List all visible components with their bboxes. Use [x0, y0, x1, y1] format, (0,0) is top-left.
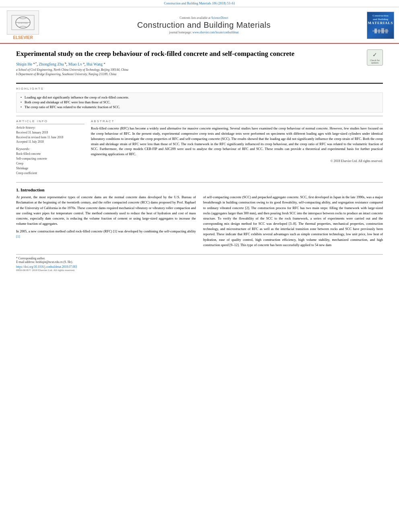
affiliation-b: b Department of Bridge Engineering, Sout…	[16, 72, 363, 77]
ref-1-link[interactable]: [1]	[16, 234, 20, 238]
elsevier-logo: ELSEVIER ELSEVIER	[5, 10, 41, 40]
article-info-label: ARTICLE INFO	[16, 119, 84, 124]
svg-rect-8	[385, 29, 388, 33]
article-title-block: Experimental study on the creep behaviou…	[16, 49, 363, 79]
journal-cover-image: Construction and Building MATERIALS	[367, 12, 394, 39]
article-history-label: Article history:	[16, 126, 84, 129]
divider-after-highlights	[16, 116, 383, 116]
keywords-label: Keywords:	[16, 147, 84, 151]
article-info-column: ARTICLE INFO Article history: Received 3…	[16, 119, 84, 179]
keyword-4: Shrinkage	[16, 166, 84, 171]
abstract-text: Rock-filled concrete (RFC) has become a …	[91, 126, 383, 157]
article-info-abstract-section: ARTICLE INFO Article history: Received 3…	[16, 119, 383, 179]
intro-col-right: of self-compacting concrete (SCC) and pr…	[203, 195, 383, 250]
svg-text:ELSEVIER: ELSEVIER	[18, 22, 28, 24]
article-history: Article history: Received 31 January 201…	[16, 126, 84, 144]
copyright-line: © 2018 Elsevier Ltd. All rights reserved…	[91, 159, 383, 163]
keywords-section: Keywords: Rock-filled concrete Self-comp…	[16, 147, 84, 176]
journal-header: ELSEVIER ELSEVIER Contents lists availab…	[0, 7, 399, 44]
affiliations: a School of Civil Engineering, North Chi…	[16, 68, 363, 76]
journal-citation: Construction and Building Materials 186 …	[164, 2, 235, 5]
keyword-1: Rock-filled concrete	[16, 152, 84, 156]
divider-after-authors	[16, 83, 383, 84]
svg-rect-5	[374, 29, 377, 33]
accepted-date: Accepted 11 July 2018	[16, 140, 84, 144]
received-date: Received 31 January 2018	[16, 130, 84, 135]
abstract-label: ABSTRACT	[91, 119, 383, 124]
keyword-2: Self-compacting concrete	[16, 156, 84, 161]
intro-right-para: of self-compacting concrete (SCC) and pr…	[203, 195, 383, 248]
author-shiqin[interactable]: Shiqin He	[16, 62, 32, 66]
highlight-item-3: The creep ratio of RFC was related to th…	[21, 105, 378, 109]
journal-homepage: journal homepage: www.elsevier.com/locat…	[44, 31, 364, 34]
intro-para-1: At present, the most representative type…	[16, 195, 196, 226]
article-title: Experimental study on the creep behaviou…	[16, 49, 363, 58]
doi-link[interactable]: https://doi.org/10.1016/j.conbuildmat.20…	[16, 265, 77, 269]
contents-available: Contents lists available at ScienceDirec…	[44, 16, 364, 20]
journal-top-bar: Construction and Building Materials 186 …	[0, 0, 399, 7]
abstract-column: ABSTRACT Rock-filled concrete (RFC) has …	[91, 119, 383, 179]
elsevier-brand: ELSEVIER	[13, 35, 33, 40]
check-label: Check for updates	[367, 59, 383, 64]
affiliation-a: a School of Civil Engineering, North Chi…	[16, 68, 363, 72]
main-content: Experimental study on the creep behaviou…	[0, 44, 399, 277]
author-miao[interactable]: Miao Lv	[68, 62, 82, 66]
issn-line: 0950-0618/© 2018 Elsevier Ltd. All right…	[16, 269, 383, 272]
article-header: Experimental study on the creep behaviou…	[16, 49, 383, 79]
highlights-box: Loading age did not significantly influe…	[16, 92, 383, 113]
svg-rect-6	[378, 29, 380, 33]
check-for-updates-badge: ✓ Check for updates	[367, 49, 383, 66]
svg-rect-7	[381, 28, 384, 33]
highlights-section: HIGHLIGHTS Loading age did not significa…	[16, 87, 383, 113]
keywords-list: Rock-filled concrete Self-compacting con…	[16, 152, 84, 176]
introduction-section: 1. Introduction At present, the most rep…	[16, 187, 383, 250]
footnotes: * Corresponding author. E-mail address: …	[16, 254, 383, 272]
highlight-item-1: Loading age did not significantly influe…	[21, 95, 378, 99]
authors-line: Shiqin He a,*, Zhongfeng Zhu b, Miao Lv …	[16, 62, 363, 66]
journal-center-block: Contents lists available at ScienceDirec…	[44, 16, 364, 34]
highlight-item-2: Both creep and shrinkage of RFC were les…	[21, 100, 378, 104]
doi-line: https://doi.org/10.1016/j.conbuildmat.20…	[16, 265, 383, 269]
intro-col-left: At present, the most representative type…	[16, 195, 196, 250]
email-note: E-mail address: heshiqin@ncut.edu.cn (S.…	[16, 260, 383, 264]
cover-title: Construction and Building MATERIALS	[368, 14, 393, 36]
journal-homepage-link[interactable]: www.elsevier.com/locate/conbuildmat	[193, 31, 239, 34]
divider-after-abstract	[16, 182, 383, 183]
author-zhongfeng[interactable]: Zhongfeng Zhu	[39, 62, 64, 66]
highlights-label: HIGHLIGHTS	[16, 87, 383, 90]
sciencedirect-link[interactable]: ScienceDirect	[211, 16, 228, 20]
keyword-3: Creep	[16, 161, 84, 166]
introduction-title: 1. Introduction	[16, 187, 383, 192]
author-hui[interactable]: Hui Wang	[86, 62, 103, 66]
corresponding-note: * Corresponding author.	[16, 257, 383, 260]
intro-right-text: of self-compacting concrete (SCC) and pr…	[203, 195, 383, 248]
intro-left-text: At present, the most representative type…	[16, 195, 196, 239]
keyword-5: Creep coefficient	[16, 171, 84, 176]
revised-date: Received in revised form 11 June 2018	[16, 135, 84, 140]
introduction-columns: At present, the most representative type…	[16, 195, 383, 250]
elsevier-logo-image: ELSEVIER	[7, 10, 39, 35]
journal-name: Construction and Building Materials	[44, 21, 364, 30]
intro-para-2: In 2005, a new construction method calle…	[16, 229, 196, 239]
